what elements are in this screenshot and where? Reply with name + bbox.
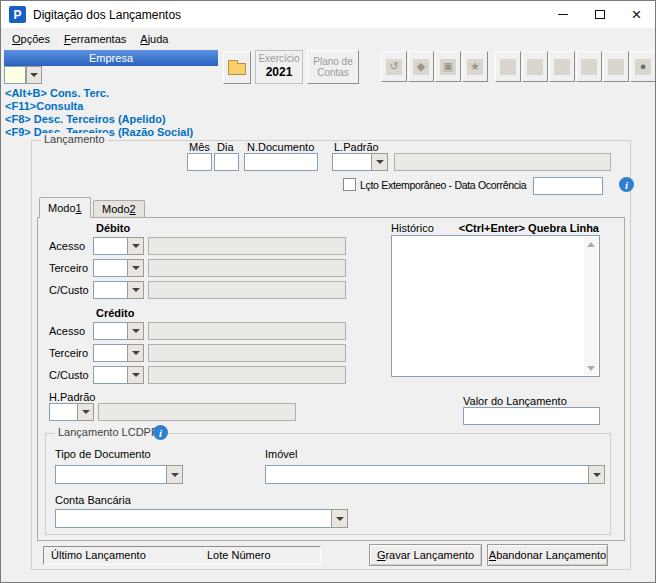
- empresa-dropdown-button[interactable]: [26, 66, 42, 84]
- imovel-dropdown-button[interactable]: [588, 465, 605, 484]
- conta-bancaria-dropdown-button[interactable]: [331, 509, 348, 528]
- close-icon: [632, 6, 642, 23]
- credito-acesso-combo[interactable]: [93, 322, 144, 340]
- abandonar-label: bandonar Lançamento: [496, 549, 606, 561]
- credito-ccusto-combo[interactable]: [93, 366, 144, 384]
- open-company-button[interactable]: [223, 51, 251, 84]
- hpadrao-dropdown-button[interactable]: [77, 403, 94, 421]
- minimize-icon: [558, 14, 568, 15]
- credito-terceiro-input[interactable]: [93, 344, 127, 362]
- toolbar-button-4[interactable]: ★: [462, 51, 488, 82]
- window-title: Digitação dos Lançamentos: [33, 8, 181, 22]
- hpadrao-combo[interactable]: [49, 403, 94, 421]
- imovel-combo[interactable]: [265, 465, 605, 484]
- toolbar-button-8[interactable]: [576, 51, 602, 82]
- imovel-input[interactable]: [265, 465, 588, 484]
- historico-scrollbar[interactable]: [584, 237, 598, 375]
- tipo-documento-input[interactable]: [55, 465, 166, 484]
- copy-icon: ▣: [440, 59, 456, 75]
- lcdpr-info-icon[interactable]: [153, 425, 168, 440]
- new-icon: ★: [467, 59, 483, 75]
- shortcut-consulta: <F11>Consulta: [5, 100, 193, 113]
- blank-icon: [500, 59, 516, 75]
- lpadrao-combo[interactable]: [332, 153, 388, 171]
- plano-de-contas-button[interactable]: Plano de Contas: [307, 50, 359, 84]
- toolbar-button-5[interactable]: [495, 51, 521, 82]
- abandonar-button[interactable]: Abandonar Lançamento: [487, 544, 608, 566]
- historico-hint: <Ctrl+Enter> Quebra Linha: [421, 222, 599, 234]
- historico-memo[interactable]: [391, 235, 600, 377]
- menu-opcoes-accel: O: [12, 33, 21, 45]
- gravar-button[interactable]: Gravar Lançamento: [369, 544, 482, 566]
- menu-ajuda[interactable]: Ajuda: [133, 31, 175, 47]
- mes-input[interactable]: [187, 153, 212, 171]
- credito-terceiro-dropdown-button[interactable]: [127, 344, 144, 362]
- debito-terceiro-dropdown-button[interactable]: [127, 259, 144, 277]
- debito-acesso-input[interactable]: [93, 237, 127, 255]
- hpadrao-input[interactable]: [49, 403, 77, 421]
- abandonar-accel: A: [489, 549, 496, 561]
- exercicio-panel: Exercício 2021: [255, 50, 303, 84]
- credito-acesso-input[interactable]: [93, 322, 127, 340]
- tipo-documento-dropdown-button[interactable]: [166, 465, 183, 484]
- toolbar-button-2[interactable]: ◆: [408, 51, 434, 82]
- debito-terceiro-input[interactable]: [93, 259, 127, 277]
- credito-terceiro-desc-field: [148, 344, 346, 362]
- lpadrao-dropdown-button[interactable]: [371, 153, 388, 171]
- dia-input[interactable]: [214, 153, 239, 171]
- valor-input[interactable]: [463, 407, 600, 425]
- open-folder-icon: [228, 63, 246, 75]
- credito-ccusto-input[interactable]: [93, 366, 127, 384]
- undo-icon: ↺: [386, 59, 402, 75]
- toolbar-button-10[interactable]: ●: [630, 51, 656, 82]
- empresa-input[interactable]: [4, 66, 26, 84]
- debito-terceiro-combo[interactable]: [93, 259, 144, 277]
- record-icon: ●: [635, 59, 651, 75]
- tab-modo-1[interactable]: Modo 1: [39, 197, 91, 218]
- credito-ccusto-dropdown-button[interactable]: [127, 366, 144, 384]
- menu-opcoes[interactable]: Opções: [5, 31, 57, 47]
- data-ocorrencia-input[interactable]: [533, 177, 603, 195]
- lpadrao-input[interactable]: [332, 153, 371, 171]
- debito-acesso-dropdown-button[interactable]: [127, 237, 144, 255]
- maximize-button[interactable]: [581, 1, 618, 28]
- conta-bancaria-combo[interactable]: [55, 509, 348, 528]
- credito-acesso-desc-field: [148, 322, 346, 340]
- toolbar-button-6[interactable]: [522, 51, 548, 82]
- scroll-up-icon[interactable]: [584, 237, 598, 251]
- debito-ccusto-input[interactable]: [93, 281, 127, 299]
- tab-modo-2-label: Modo: [102, 203, 130, 215]
- debito-ccusto-label: C/Custo: [49, 284, 89, 296]
- toolbar-button-1[interactable]: ↺: [381, 51, 407, 82]
- credito-acesso-dropdown-button[interactable]: [127, 322, 144, 340]
- lpadrao-desc-field: [394, 153, 611, 171]
- extemporaneo-checkbox[interactable]: [343, 178, 356, 191]
- tipo-documento-label: Tipo de Documento: [55, 448, 151, 460]
- gravar-label: ravar Lançamento: [385, 549, 474, 561]
- minimize-button[interactable]: [544, 1, 581, 28]
- toolbar-button-7[interactable]: [549, 51, 575, 82]
- menu-ferramentas[interactable]: Ferramentas: [57, 31, 133, 47]
- toolbar-button-3[interactable]: ▣: [435, 51, 461, 82]
- credito-terceiro-combo[interactable]: [93, 344, 144, 362]
- close-button[interactable]: [618, 1, 655, 28]
- tab-modo-2[interactable]: Modo 2: [93, 200, 145, 217]
- blank-icon: [608, 59, 624, 75]
- extemporaneo-info-icon[interactable]: [619, 177, 634, 192]
- debito-acesso-combo[interactable]: [93, 237, 144, 255]
- extemporaneo-label: Lçto Extemporâneo - Data Ocorrência: [360, 179, 526, 191]
- dia-label: Dia: [217, 141, 234, 153]
- conta-bancaria-input[interactable]: [55, 509, 331, 528]
- debito-title: Débito: [96, 222, 130, 234]
- window-controls: [544, 1, 655, 28]
- menu-opcoes-label: pções: [21, 33, 50, 45]
- debito-ccusto-dropdown-button[interactable]: [127, 281, 144, 299]
- debito-ccusto-combo[interactable]: [93, 281, 144, 299]
- app-window: P Digitação dos Lançamentos Opções Ferra…: [0, 0, 656, 583]
- toolbar-button-9[interactable]: [603, 51, 629, 82]
- ndocumento-input[interactable]: [244, 153, 318, 171]
- hpadrao-label: H.Padrão: [49, 391, 95, 403]
- scroll-down-icon[interactable]: [584, 361, 598, 375]
- app-logo-icon: P: [9, 6, 26, 23]
- tipo-documento-combo[interactable]: [55, 465, 183, 484]
